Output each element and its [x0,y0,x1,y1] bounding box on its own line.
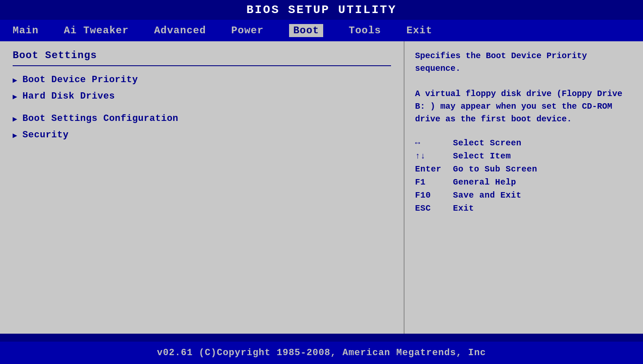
key-bindings: ↔Select Screen↑↓Select ItemEnterGo to Su… [415,138,632,213]
key-description: Exit [453,203,474,213]
key-binding-row: ↔Select Screen [415,138,632,148]
entry-label: Boot Settings Configuration [22,113,178,124]
bios-title: BIOS SETUP UTILITY [246,3,397,16]
entry-arrow-icon: ▶ [13,131,17,140]
menu-item-advanced[interactable]: Advanced [154,25,206,36]
key-label: F1 [415,177,453,187]
menu-item-power[interactable]: Power [231,25,264,36]
help-text: Specifies the Boot Device Priority seque… [415,50,632,126]
menu-bar: MainAi TweakerAdvancedPowerBootToolsExit [0,20,643,41]
footer-text: v02.61 (C)Copyright 1985-2008, American … [157,348,486,358]
boot-entry-3[interactable]: ▶Security [13,130,391,140]
boot-entry-2[interactable]: ▶Boot Settings Configuration [13,113,391,124]
footer: v02.61 (C)Copyright 1985-2008, American … [0,342,643,364]
section-title: Boot Settings [13,50,391,61]
key-label: Enter [415,164,453,174]
key-label: F10 [415,190,453,200]
menu-item-exit[interactable]: Exit [407,25,433,36]
entry-label: Boot Device Priority [22,75,138,85]
entry-label: Hard Disk Drives [22,91,115,102]
key-description: General Help [453,177,516,187]
key-binding-row: ↑↓Select Item [415,151,632,161]
key-binding-row: ESCExit [415,203,632,213]
key-description: Save and Exit [453,190,522,200]
key-description: Select Item [453,151,511,161]
menu-item-tools[interactable]: Tools [348,25,381,36]
key-label: ESC [415,203,453,213]
key-label: ↔ [415,138,453,148]
left-panel: Boot Settings ▶Boot Device Priority▶Hard… [0,41,405,334]
key-binding-row: EnterGo to Sub Screen [415,164,632,174]
key-description: Select Screen [453,138,522,148]
divider [13,65,391,66]
entry-label: Security [22,130,69,140]
key-description: Go to Sub Screen [453,164,537,174]
boot-entry-0[interactable]: ▶Boot Device Priority [13,75,391,85]
entry-arrow-icon: ▶ [13,75,17,85]
key-binding-row: F10Save and Exit [415,190,632,200]
menu-item-boot[interactable]: Boot [289,24,324,37]
entry-arrow-icon: ▶ [13,92,17,101]
entry-arrow-icon: ▶ [13,114,17,123]
menu-item-main[interactable]: Main [13,25,39,36]
menu-item-ai-tweaker[interactable]: Ai Tweaker [64,25,129,36]
title-bar: BIOS SETUP UTILITY [0,0,643,20]
right-panel: Specifies the Boot Device Priority seque… [405,41,643,334]
boot-entry-1[interactable]: ▶Hard Disk Drives [13,91,391,102]
left-entries: ▶Boot Device Priority▶Hard Disk Drives▶B… [13,75,391,140]
key-label: ↑↓ [415,151,453,161]
key-binding-row: F1General Help [415,177,632,187]
main-content: Boot Settings ▶Boot Device Priority▶Hard… [0,41,643,334]
